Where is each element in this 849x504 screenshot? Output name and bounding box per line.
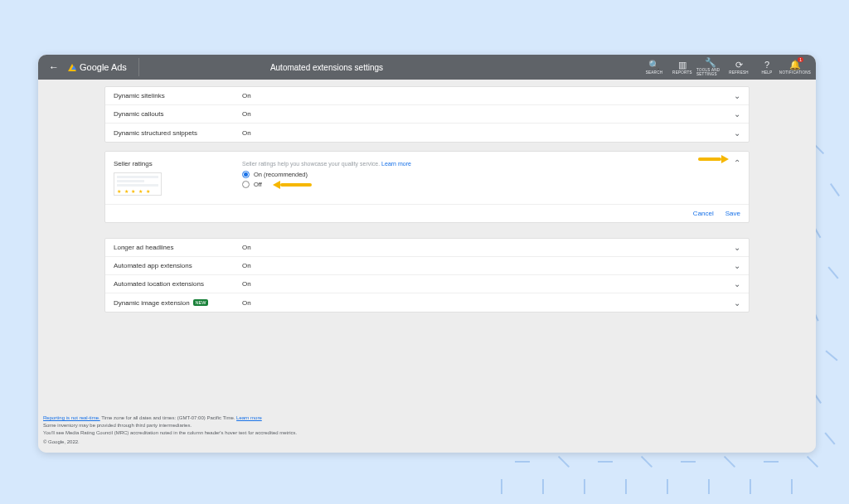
extension-status: On [242, 129, 251, 137]
tool-search[interactable]: 🔍SEARCH [640, 55, 668, 80]
tool-notifications[interactable]: 🔔NOTIFICATIONS1 [781, 55, 809, 80]
extension-status: On [242, 244, 251, 251]
seller-ratings-thumbnail: ★ ★ ★ ★ ★ [114, 172, 162, 196]
extension-status: On [242, 280, 251, 288]
tool-refresh[interactable]: ⟳REFRESH [725, 55, 753, 80]
notification-badge: 1 [798, 57, 803, 62]
expand-chevron-icon[interactable]: ⌄ [734, 298, 740, 308]
tool-help[interactable]: ?HELP [753, 55, 781, 80]
radio-off-icon[interactable] [242, 181, 250, 188]
callout-arrow-to-off [266, 182, 312, 187]
extension-row[interactable]: Dynamic structured snippetsOn⌄ [105, 124, 749, 142]
seller-ratings-help-text: Seller ratings help you showcase your qu… [242, 161, 411, 167]
extension-status: On [242, 110, 251, 118]
tool-tools-and-settings[interactable]: 🔧TOOLS AND SETTINGS [696, 55, 725, 80]
extension-row[interactable]: Automated app extensionsOn⌄ [105, 257, 749, 275]
extension-row[interactable]: Dynamic image extensionNEWOn⌄ [105, 293, 749, 312]
app-window: ← Google Ads Automated extensions settin… [38, 55, 816, 453]
app-bar: ← Google Ads Automated extensions settin… [38, 55, 816, 80]
radio-on-label: On (recommended) [254, 171, 308, 178]
extension-row[interactable]: Automated location extensionsOn⌄ [105, 275, 749, 293]
toolbar: 🔍SEARCH▥REPORTS🔧TOOLS AND SETTINGS⟳REFRE… [640, 55, 809, 80]
expand-chevron-icon[interactable]: ⌄ [734, 279, 740, 288]
radio-off-label: Off [254, 181, 262, 188]
extension-name: Automated location extensions [114, 280, 242, 288]
seller-ratings-panel: Seller ratings ★ ★ ★ ★ ★ Seller ratings … [104, 151, 750, 223]
extension-name: Dynamic structured snippets [114, 129, 242, 137]
radio-on-recommended[interactable]: On (recommended) [242, 171, 740, 178]
extension-name: Dynamic sitelinks [114, 92, 242, 99]
extension-row[interactable]: Longer ad headlinesOn⌄ [105, 239, 749, 257]
tool-reports[interactable]: ▥REPORTS [668, 55, 696, 80]
extension-status: On [242, 92, 251, 99]
radio-off[interactable]: Off [242, 181, 740, 188]
cancel-button[interactable]: Cancel [693, 210, 714, 217]
footer-learn-more-link[interactable]: Learn more [236, 415, 262, 420]
extension-name: Longer ad headlines [114, 244, 242, 251]
extensions-panel-2: Longer ad headlinesOn⌄Automated app exte… [104, 238, 750, 313]
footer-copyright: © Google, 2022. [43, 439, 297, 446]
expand-chevron-icon[interactable]: ⌄ [734, 243, 740, 252]
extension-name: Dynamic image extensionNEW [114, 299, 242, 307]
collapse-chevron-icon[interactable]: ⌃ [734, 158, 740, 167]
brand-text: Google Ads [80, 62, 127, 72]
footer-line2: Some inventory may be provided through t… [43, 422, 297, 429]
extension-row[interactable]: Dynamic sitelinksOn⌄ [105, 87, 749, 105]
tool-icon: ? [764, 61, 769, 70]
tool-icon: 🔍 [648, 61, 660, 70]
callout-arrow-to-collapse [698, 157, 729, 162]
tool-icon: ▥ [678, 61, 686, 70]
expand-chevron-icon[interactable]: ⌄ [734, 91, 740, 100]
seller-ratings-label: Seller ratings [114, 160, 153, 167]
brand-logo[interactable]: Google Ads [63, 62, 132, 72]
tool-icon: 🔧 [705, 58, 716, 67]
learn-more-link[interactable]: Learn more [381, 161, 411, 167]
divider [138, 58, 139, 76]
new-badge: NEW [193, 299, 209, 306]
extension-row[interactable]: Dynamic calloutsOn⌄ [105, 105, 749, 124]
expand-chevron-icon[interactable]: ⌄ [734, 109, 740, 119]
extensions-panel-1: Dynamic sitelinksOn⌄Dynamic calloutsOn⌄D… [104, 86, 750, 143]
star-icons: ★ ★ ★ ★ ★ [117, 188, 158, 194]
extension-name: Dynamic callouts [114, 110, 242, 118]
google-ads-logo-icon [68, 64, 76, 71]
content-area: Dynamic sitelinksOn⌄Dynamic calloutsOn⌄D… [38, 80, 816, 453]
extension-name: Automated app extensions [114, 262, 242, 269]
extension-status: On [242, 262, 251, 269]
save-button[interactable]: Save [725, 210, 740, 217]
extension-status: On [242, 299, 251, 307]
back-button[interactable]: ← [45, 61, 63, 73]
expand-chevron-icon[interactable]: ⌄ [734, 128, 740, 138]
tool-icon: ⟳ [735, 61, 743, 70]
radio-on-icon[interactable] [242, 171, 250, 178]
footer-line3: You'll see Media Rating Council (MRC) ac… [43, 429, 297, 437]
expand-chevron-icon[interactable]: ⌄ [734, 261, 740, 270]
page-title: Automated extensions settings [270, 63, 383, 72]
footer: Reporting is not real-time. Time zone fo… [43, 414, 297, 446]
reporting-realtime-link[interactable]: Reporting is not real-time. [43, 415, 100, 420]
